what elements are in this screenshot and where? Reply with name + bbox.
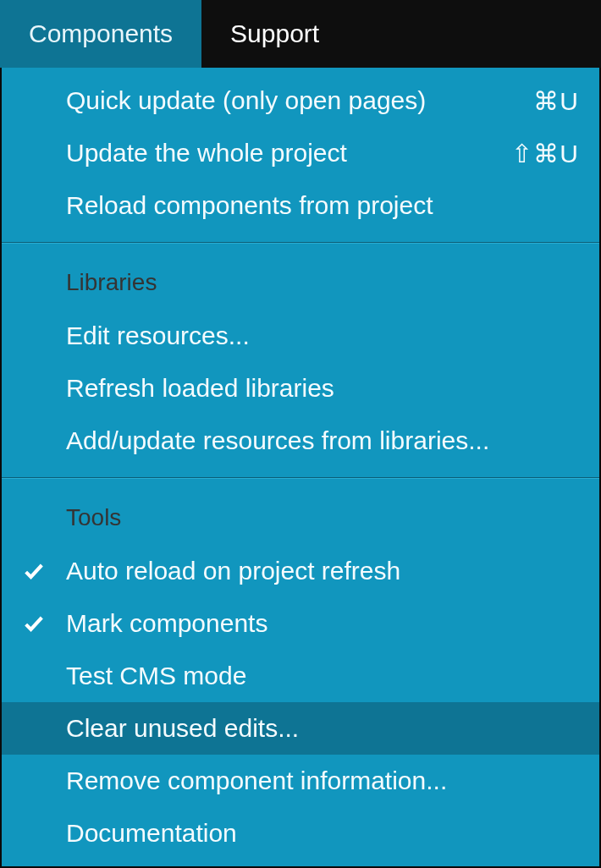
menu-item-remove-component-info[interactable]: Remove component information... [2, 755, 599, 807]
components-dropdown: Quick update (only open pages) ⌘U Update… [0, 68, 601, 868]
menu-item-label: Refresh loaded libraries [66, 374, 486, 403]
dropdown-section: Quick update (only open pages) ⌘U Update… [2, 68, 599, 239]
menubar-item-components[interactable]: Components [0, 0, 201, 68]
menu-item-auto-reload[interactable]: Auto reload on project refresh [2, 545, 599, 597]
menu-item-label: Documentation [66, 819, 486, 848]
menu-item-label: Mark components [66, 609, 486, 638]
dropdown-divider [2, 477, 599, 479]
menu-item-label: Auto reload on project refresh [66, 557, 486, 585]
app-root: Components Support Quick update (only op… [0, 0, 601, 868]
check-column [2, 612, 66, 635]
menu-item-label: Update the whole project [66, 139, 486, 168]
menubar: Components Support [0, 0, 601, 68]
menu-item-shortcut: ⇧⌘U [486, 139, 579, 168]
menu-item-test-cms-mode[interactable]: Test CMS mode [2, 650, 599, 702]
menu-item-mark-components[interactable]: Mark components [2, 597, 599, 650]
menubar-item-label: Support [230, 19, 319, 48]
section-header-tools: Tools [2, 489, 599, 545]
menu-item-label: Quick update (only open pages) [66, 86, 486, 115]
dropdown-section-libraries: Libraries Edit resources... Refresh load… [2, 247, 599, 474]
menu-item-label: Test CMS mode [66, 662, 486, 690]
menubar-item-label: Components [29, 19, 173, 48]
menu-item-reload-components[interactable]: Reload components from project [2, 179, 599, 232]
check-column [2, 559, 66, 583]
menu-item-label: Clear unused edits... [66, 714, 486, 743]
check-icon [22, 559, 46, 583]
menu-item-label: Add/update resources from libraries... [66, 426, 489, 455]
section-header-libraries: Libraries [2, 254, 599, 310]
menu-item-add-update-resources[interactable]: Add/update resources from libraries... [2, 415, 599, 467]
menu-item-refresh-libraries[interactable]: Refresh loaded libraries [2, 362, 599, 415]
dropdown-section-tools: Tools Auto reload on project refresh Mar… [2, 482, 599, 866]
menu-item-shortcut: ⌘U [486, 86, 579, 116]
menu-item-label: Edit resources... [66, 321, 486, 350]
menu-item-clear-unused-edits[interactable]: Clear unused edits... [2, 702, 599, 755]
menu-item-edit-resources[interactable]: Edit resources... [2, 310, 599, 362]
menu-item-documentation[interactable]: Documentation [2, 807, 599, 860]
menu-item-label: Reload components from project [66, 191, 486, 220]
dropdown-divider [2, 242, 599, 244]
check-icon [22, 612, 46, 635]
menubar-item-support[interactable]: Support [201, 0, 348, 68]
menu-item-update-whole-project[interactable]: Update the whole project ⇧⌘U [2, 127, 599, 179]
menu-item-label: Remove component information... [66, 766, 486, 795]
menu-item-quick-update[interactable]: Quick update (only open pages) ⌘U [2, 74, 599, 127]
